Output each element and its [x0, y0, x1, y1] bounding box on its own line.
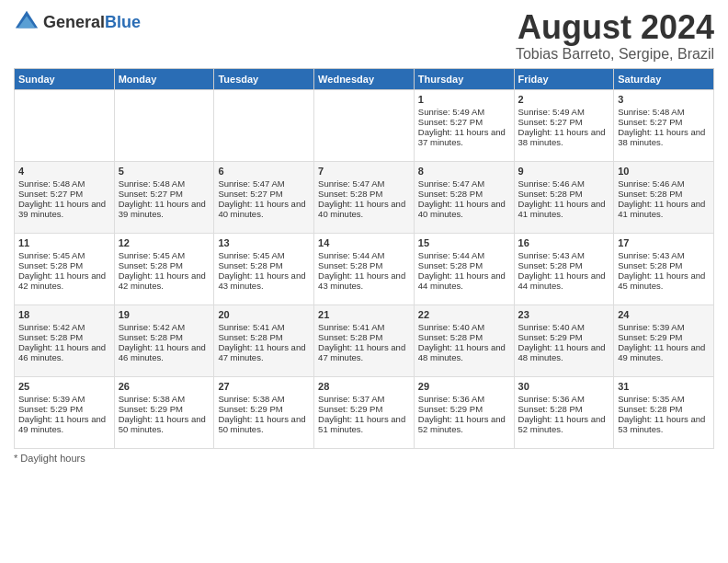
sunset: Sunset: 5:28 PM — [418, 332, 483, 342]
col-thursday: Thursday — [414, 68, 514, 89]
sunset: Sunset: 5:28 PM — [218, 260, 282, 270]
sunrise: Sunrise: 5:38 AM — [119, 394, 185, 404]
daylight: Daylight: 11 hours and 38 minutes. — [518, 127, 606, 147]
day-number: 4 — [18, 166, 110, 177]
sunset: Sunset: 5:28 PM — [318, 332, 382, 342]
daylight: Daylight: 11 hours and 44 minutes. — [518, 270, 606, 291]
daylight: Daylight: 11 hours and 47 minutes. — [218, 342, 305, 362]
day-number: 27 — [218, 381, 310, 392]
sunrise: Sunrise: 5:45 AM — [218, 250, 284, 260]
day-number: 11 — [18, 237, 110, 248]
sunrise: Sunrise: 5:35 AM — [618, 394, 684, 404]
calendar-cell: 7Sunrise: 5:47 AMSunset: 5:28 PMDaylight… — [314, 161, 415, 233]
header: GeneralBlue August 2024 Tobias Barreto, … — [14, 9, 714, 63]
daylight: Daylight: 11 hours and 46 minutes. — [119, 342, 206, 362]
sunrise: Sunrise: 5:47 AM — [418, 178, 484, 189]
sunset: Sunset: 5:27 PM — [119, 189, 183, 199]
calendar-cell: 23Sunrise: 5:40 AMSunset: 5:29 PMDayligh… — [514, 304, 614, 376]
sunrise: Sunrise: 5:46 AM — [518, 178, 585, 189]
sunset: Sunset: 5:28 PM — [618, 189, 682, 199]
sunset: Sunset: 5:27 PM — [618, 117, 682, 127]
day-number: 15 — [418, 237, 510, 248]
day-number: 29 — [418, 381, 510, 392]
day-number: 18 — [18, 309, 110, 320]
day-number: 3 — [618, 94, 710, 105]
calendar-container: GeneralBlue August 2024 Tobias Barreto, … — [0, 0, 728, 473]
sunrise: Sunrise: 5:41 AM — [218, 322, 284, 332]
calendar-cell: 5Sunrise: 5:48 AMSunset: 5:27 PMDaylight… — [114, 161, 214, 233]
day-number: 10 — [618, 166, 710, 177]
sunrise: Sunrise: 5:42 AM — [18, 322, 85, 332]
daylight: Daylight: 11 hours and 51 minutes. — [318, 414, 405, 434]
day-number: 25 — [18, 381, 110, 392]
calendar-cell: 25Sunrise: 5:39 AMSunset: 5:29 PMDayligh… — [15, 376, 115, 448]
sunrise: Sunrise: 5:36 AM — [518, 394, 585, 404]
day-number: 12 — [119, 237, 210, 248]
sunset: Sunset: 5:29 PM — [218, 404, 282, 414]
logo-text-general: General — [43, 13, 105, 31]
calendar-cell: 16Sunrise: 5:43 AMSunset: 5:28 PMDayligh… — [514, 233, 614, 304]
sunrise: Sunrise: 5:47 AM — [318, 178, 384, 189]
daylight: Daylight: 11 hours and 39 minutes. — [119, 199, 206, 219]
sunrise: Sunrise: 5:43 AM — [618, 250, 684, 260]
sunset: Sunset: 5:29 PM — [518, 332, 583, 342]
daylight: Daylight: 11 hours and 53 minutes. — [618, 414, 705, 434]
col-wednesday: Wednesday — [314, 68, 415, 89]
day-number: 2 — [518, 94, 610, 105]
day-number: 9 — [518, 166, 610, 177]
day-number: 14 — [318, 237, 410, 248]
day-number: 23 — [518, 309, 610, 320]
daylight: Daylight: 11 hours and 43 minutes. — [318, 270, 405, 291]
daylight: Daylight: 11 hours and 37 minutes. — [418, 127, 506, 147]
logo-icon — [14, 9, 40, 35]
sunrise: Sunrise: 5:48 AM — [618, 107, 684, 117]
sunset: Sunset: 5:27 PM — [418, 117, 483, 127]
calendar-cell: 4Sunrise: 5:48 AMSunset: 5:27 PMDaylight… — [15, 161, 115, 233]
col-tuesday: Tuesday — [214, 68, 314, 89]
sunset: Sunset: 5:28 PM — [18, 332, 83, 342]
daylight: Daylight: 11 hours and 45 minutes. — [618, 270, 705, 291]
sunrise: Sunrise: 5:36 AM — [418, 394, 484, 404]
day-number: 5 — [119, 166, 210, 177]
footer-note: * Daylight hours — [14, 453, 714, 464]
calendar-cell: 9Sunrise: 5:46 AMSunset: 5:28 PMDaylight… — [514, 161, 614, 233]
day-number: 21 — [318, 309, 410, 320]
calendar-cell — [15, 89, 115, 161]
sunset: Sunset: 5:28 PM — [418, 260, 483, 270]
day-number: 19 — [119, 309, 210, 320]
calendar-cell: 29Sunrise: 5:36 AMSunset: 5:29 PMDayligh… — [414, 376, 514, 448]
sunrise: Sunrise: 5:45 AM — [18, 250, 85, 260]
sunrise: Sunrise: 5:40 AM — [418, 322, 484, 332]
calendar-week-2: 4Sunrise: 5:48 AMSunset: 5:27 PMDaylight… — [15, 161, 714, 233]
day-number: 22 — [418, 309, 510, 320]
day-number: 31 — [618, 381, 710, 392]
calendar-cell: 30Sunrise: 5:36 AMSunset: 5:28 PMDayligh… — [514, 376, 614, 448]
calendar-cell: 8Sunrise: 5:47 AMSunset: 5:28 PMDaylight… — [414, 161, 514, 233]
day-number: 17 — [618, 237, 710, 248]
day-number: 28 — [318, 381, 410, 392]
main-title: August 2024 — [516, 9, 714, 46]
daylight: Daylight: 11 hours and 44 minutes. — [418, 270, 506, 291]
daylight: Daylight: 11 hours and 43 minutes. — [218, 270, 305, 291]
calendar-cell — [114, 89, 214, 161]
sunrise: Sunrise: 5:39 AM — [18, 394, 85, 404]
calendar-cell: 2Sunrise: 5:49 AMSunset: 5:27 PMDaylight… — [514, 89, 614, 161]
calendar-week-3: 11Sunrise: 5:45 AMSunset: 5:28 PMDayligh… — [15, 233, 714, 304]
sunrise: Sunrise: 5:48 AM — [119, 178, 185, 189]
sunrise: Sunrise: 5:49 AM — [418, 107, 484, 117]
daylight: Daylight: 11 hours and 48 minutes. — [418, 342, 506, 362]
sunset: Sunset: 5:28 PM — [518, 404, 583, 414]
calendar-cell: 28Sunrise: 5:37 AMSunset: 5:29 PMDayligh… — [314, 376, 415, 448]
day-number: 30 — [518, 381, 610, 392]
calendar-cell: 21Sunrise: 5:41 AMSunset: 5:28 PMDayligh… — [314, 304, 415, 376]
daylight: Daylight: 11 hours and 50 minutes. — [119, 414, 206, 434]
sunset: Sunset: 5:29 PM — [119, 404, 183, 414]
sunset: Sunset: 5:28 PM — [18, 260, 83, 270]
sunrise: Sunrise: 5:39 AM — [618, 322, 684, 332]
calendar-week-5: 25Sunrise: 5:39 AMSunset: 5:29 PMDayligh… — [15, 376, 714, 448]
day-number: 7 — [318, 166, 410, 177]
logo: GeneralBlue — [14, 9, 141, 35]
sunset: Sunset: 5:28 PM — [418, 189, 483, 199]
calendar-cell: 11Sunrise: 5:45 AMSunset: 5:28 PMDayligh… — [15, 233, 115, 304]
daylight: Daylight: 11 hours and 42 minutes. — [119, 270, 206, 291]
